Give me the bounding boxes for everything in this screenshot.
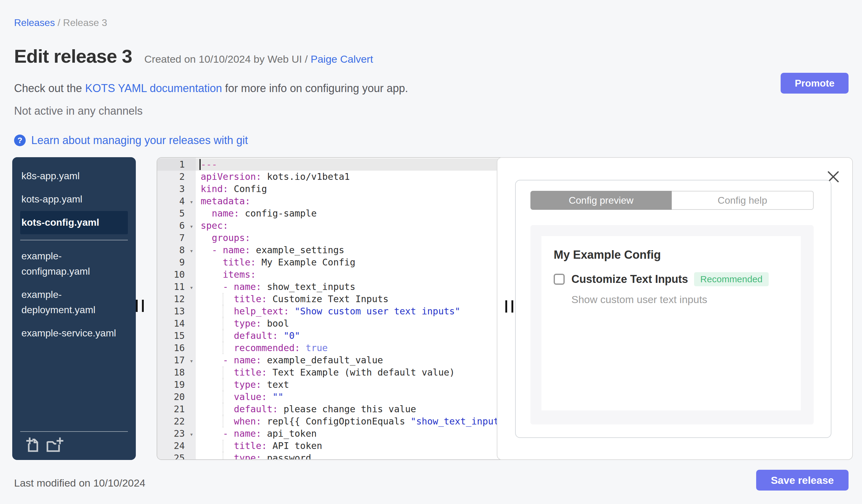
config-preview-pane: Config preview Config help My Example Co…: [497, 157, 853, 460]
code-line: 21 default: please change this value: [157, 403, 507, 415]
code-line: 7 groups:: [157, 232, 507, 244]
last-modified: Last modified on 10/10/2024: [14, 477, 145, 489]
code-text: - name: example_settings: [196, 244, 344, 256]
file-tree-item[interactable]: example-deployment.yaml: [20, 283, 128, 322]
fold-arrow-icon[interactable]: ▾: [190, 281, 193, 294]
line-number: 24: [157, 440, 196, 452]
code-text: title: Customize Text Inputs: [196, 293, 389, 305]
config-item-label: Customize Text Inputs: [571, 273, 688, 286]
line-number: 23▾: [157, 427, 196, 440]
code-text: title: My Example Config: [196, 256, 355, 268]
config-tabs: Config preview Config help: [531, 191, 814, 210]
git-help-link[interactable]: ? Learn about managing your releases wit…: [14, 134, 248, 147]
created-info: Created on 10/10/2024 by Web UI / Paige …: [144, 53, 373, 65]
line-number: 3: [157, 183, 196, 195]
line-number: 8▾: [157, 244, 196, 256]
code-text: help_text: "Show custom user text inputs…: [196, 305, 460, 317]
code-text: value: "": [196, 391, 284, 403]
resize-handle-right[interactable]: [505, 300, 513, 313]
add-file-icon[interactable]: [26, 437, 39, 452]
indent-guide: [223, 293, 223, 305]
file-tree-item[interactable]: example-service.yaml: [20, 322, 128, 345]
file-tree-top: k8s-app.yamlkots-app.yamlkots-config.yam…: [12, 164, 136, 234]
code-text: - name: api_token: [196, 427, 317, 440]
code-line: 25 type: password: [157, 452, 507, 460]
code-line: 1---: [157, 158, 507, 171]
code-lines: 1---2apiVersion: kots.io/v1beta13kind: C…: [157, 158, 507, 460]
code-text: when: repl{{ ConfigOptionEquals "show_te…: [196, 415, 508, 427]
kots-yaml-docs-link[interactable]: KOTS YAML documentation: [85, 82, 222, 94]
code-line: 16 recommended: true: [157, 342, 507, 354]
code-text: groups:: [196, 232, 250, 244]
config-group-title: My Example Config: [554, 248, 661, 262]
add-folder-icon[interactable]: [46, 437, 64, 452]
code-line: 22 when: repl{{ ConfigOptionEquals "show…: [157, 415, 507, 427]
breadcrumb-releases-link[interactable]: Releases: [14, 17, 55, 28]
promote-button[interactable]: Promote: [781, 73, 849, 94]
yaml-editor[interactable]: 1---2apiVersion: kots.io/v1beta13kind: C…: [157, 157, 508, 460]
line-number: 2: [157, 171, 196, 183]
code-line: 4▾metadata:: [157, 195, 507, 207]
docs-suffix: for more info on configuring your app.: [222, 82, 408, 94]
line-number: 9: [157, 256, 196, 268]
author-link[interactable]: Paige Calvert: [311, 53, 373, 65]
fold-arrow-icon[interactable]: ▾: [190, 245, 193, 257]
code-line: 17▾ - name: example_default_value: [157, 354, 507, 367]
file-tree-sidebar: k8s-app.yamlkots-app.yamlkots-config.yam…: [12, 157, 136, 460]
line-number: 11▾: [157, 281, 196, 293]
config-item-help: Show custom user text inputs: [571, 294, 707, 306]
code-line: 10 items:: [157, 268, 507, 281]
breadcrumb: Releases / Release 3: [14, 17, 107, 28]
code-text: recommended: true: [196, 342, 328, 354]
code-line: 18 title: Text Example (with default val…: [157, 367, 507, 379]
file-tree-item[interactable]: k8s-app.yaml: [20, 164, 128, 188]
customize-text-inputs-checkbox[interactable]: [554, 274, 565, 285]
indent-guide: [223, 330, 223, 342]
line-number: 21: [157, 403, 196, 415]
indent-guide: [223, 305, 223, 317]
text-cursor: [199, 159, 201, 170]
file-tree-bottom-divider: [20, 431, 128, 432]
question-icon: ?: [14, 135, 26, 146]
indent-guide: [223, 379, 223, 391]
config-preview-panel: My Example Config Customize Text Inputs …: [531, 225, 814, 424]
indent-guide: [223, 367, 223, 379]
fold-arrow-icon[interactable]: ▾: [190, 428, 193, 440]
line-number: 25: [157, 452, 196, 460]
code-text: default: please change this value: [196, 403, 416, 415]
indent-guide: [223, 415, 223, 427]
resize-handle-left[interactable]: [136, 300, 144, 312]
line-number: 1: [157, 158, 196, 171]
code-line: 23▾ - name: api_token: [157, 427, 507, 440]
tab-config-preview[interactable]: Config preview: [531, 191, 672, 210]
file-tree-item[interactable]: example-configmap.yaml: [20, 245, 128, 283]
code-text: default: "0": [196, 330, 300, 342]
created-text: Created on 10/10/2024 by Web UI /: [144, 53, 311, 65]
line-number: 18: [157, 367, 196, 379]
line-number: 15: [157, 330, 196, 342]
line-number: 16: [157, 342, 196, 354]
code-text: title: Text Example (with default value): [196, 367, 455, 379]
tab-config-help[interactable]: Config help: [672, 191, 814, 210]
fold-arrow-icon[interactable]: ▾: [190, 196, 193, 208]
indent-guide: [223, 342, 223, 354]
code-text: spec:: [196, 220, 228, 232]
code-text: items:: [196, 268, 256, 281]
line-number: 14: [157, 317, 196, 330]
code-text: metadata:: [196, 195, 250, 207]
channel-status: Not active in any channels: [14, 105, 143, 117]
line-number: 17▾: [157, 354, 196, 367]
code-text: type: text: [196, 379, 289, 391]
code-text: kind: Config: [196, 183, 267, 195]
config-card: Config preview Config help My Example Co…: [515, 180, 832, 438]
code-line: 13 help_text: "Show custom user text inp…: [157, 305, 507, 317]
code-line: 14 type: bool: [157, 317, 507, 330]
fold-arrow-icon[interactable]: ▾: [190, 355, 193, 367]
fold-arrow-icon[interactable]: ▾: [190, 220, 193, 233]
save-release-button[interactable]: Save release: [756, 470, 849, 491]
code-text: apiVersion: kots.io/v1beta1: [196, 171, 350, 183]
file-tree-item[interactable]: kots-config.yaml: [20, 211, 128, 234]
file-tree-item[interactable]: kots-app.yaml: [20, 188, 128, 211]
code-line: 9 title: My Example Config: [157, 256, 507, 268]
line-number: 10: [157, 268, 196, 281]
